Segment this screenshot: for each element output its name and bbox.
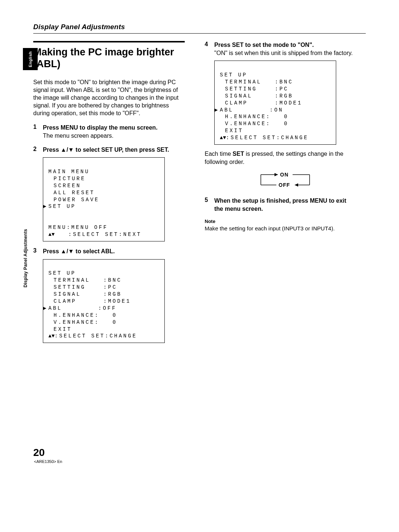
step-5: When the setup is finished, press MENU t…	[205, 197, 356, 213]
osd-key: TERMINAL	[225, 79, 275, 86]
osd-title: SET UP	[48, 270, 76, 276]
osd-val: :ON	[270, 107, 283, 113]
osd-val: :MODE1	[103, 298, 131, 304]
osd-row: V.ENHANCE: 0	[225, 120, 331, 127]
step-1: Press MENU to display the menu screen. T…	[33, 124, 185, 140]
osd-val: 0	[275, 121, 289, 127]
osd-footer: :SELECT SET:CHANGE	[226, 135, 308, 141]
osd-key: EXIT	[225, 127, 275, 134]
step-head: Press ▲/▼ to select ABL.	[43, 247, 185, 255]
step-4: Press SET to set the mode to "ON". "ON" …	[205, 41, 356, 190]
set-label: SET	[233, 151, 244, 157]
osd-setup-off: SET UP TERMINAL:BNCSETTING:PCSIGNAL:RGBC…	[43, 259, 165, 343]
each-time-text: Each time SET is pressed, the settings c…	[205, 150, 356, 166]
osd-selected-row: ABL:ON	[220, 107, 283, 113]
osd-key: CLAMP	[225, 100, 275, 107]
osd-val: :RGB	[103, 291, 122, 297]
osd-val: :RGB	[275, 93, 293, 99]
osd-row: CLAMP:MODE1	[54, 298, 159, 305]
page-number: 20	[33, 447, 45, 459]
osd-row: SETTING:PC	[54, 284, 159, 291]
osd-key: SETTING	[54, 284, 103, 291]
osd-key: V.ENHANCE:	[54, 319, 103, 326]
section-header: Display Panel Adjustments	[33, 23, 366, 33]
cycle-on-label: ON	[280, 172, 289, 178]
osd-row: H.ENHANCE: 0	[54, 312, 159, 319]
step-head: When the setup is finished, press MENU t…	[214, 197, 356, 213]
osd-footer: :SELECT SET:NEXT	[55, 231, 142, 237]
note-heading: Note	[205, 219, 356, 224]
step-head: Press MENU to display the menu screen.	[43, 124, 185, 132]
osd-row: TERMINAL:BNC	[225, 79, 331, 86]
osd-item: ALL RESET	[54, 189, 159, 196]
cycle-diagram: ON OFF	[245, 172, 326, 190]
osd-key: ABL	[48, 305, 98, 312]
osd-row: SETTING:PC	[225, 86, 331, 93]
document-id: <ARE1350> En	[34, 459, 62, 464]
osd-row: SIGNAL:RGB	[54, 291, 159, 298]
osd-val: :MODE1	[275, 100, 302, 106]
step-head: Press SET to set the mode to "ON".	[214, 41, 356, 49]
two-column-layout: Making the PC image brighter (ABL) Set t…	[33, 41, 366, 349]
osd-row: V.ENHANCE: 0	[54, 319, 159, 326]
osd-val: 0	[103, 312, 117, 318]
page-content: Display Panel Adjustments Making the PC …	[33, 23, 366, 349]
text: Each time	[205, 151, 233, 157]
divider	[33, 33, 366, 34]
osd-row: H.ENHANCE: 0	[225, 113, 331, 120]
step-body: "ON" is set when this unit is shipped fr…	[214, 49, 356, 57]
osd-row: EXIT	[54, 326, 159, 333]
osd-title: SET UP	[220, 72, 247, 78]
osd-val: :BNC	[275, 79, 293, 85]
article-title: Making the PC image brighter (ABL)	[33, 46, 185, 70]
osd-item: POWER SAVE	[54, 196, 159, 203]
osd-key: SIGNAL	[54, 291, 103, 298]
cycle-off-label: OFF	[279, 182, 290, 188]
osd-key: ABL	[220, 107, 270, 114]
osd-val: :PC	[103, 284, 117, 290]
right-column: Press SET to set the mode to "ON". "ON" …	[205, 41, 356, 349]
osd-item: SCREEN	[54, 182, 159, 189]
osd-row: SIGNAL:RGB	[225, 93, 331, 100]
side-section-label: Display Panel Adjustments	[23, 229, 28, 288]
osd-footer: MENU:MENU OFF	[48, 224, 108, 230]
osd-key: V.ENHANCE:	[225, 120, 275, 127]
step-body: The menu screen appears.	[43, 132, 185, 140]
intro-paragraph: Set this mode to "ON" to brighten the im…	[33, 78, 185, 117]
osd-key: H.ENHANCE:	[225, 113, 275, 120]
osd-val: 0	[103, 319, 117, 325]
osd-val: :PC	[275, 86, 289, 92]
osd-title: MAIN MENU	[48, 169, 90, 175]
osd-val: 0	[275, 114, 289, 120]
step-head: Press ▲/▼ to select SET UP, then press S…	[43, 146, 185, 154]
step-3: Press ▲/▼ to select ABL. SET UP TERMINAL…	[33, 247, 185, 343]
left-column: Making the PC image brighter (ABL) Set t…	[33, 41, 185, 349]
osd-row: CLAMP:MODE1	[225, 100, 331, 107]
step-2: Press ▲/▼ to select SET UP, then press S…	[33, 146, 185, 241]
title-rule	[33, 41, 185, 42]
osd-key: CLAMP	[54, 298, 103, 305]
osd-key: H.ENHANCE:	[54, 312, 103, 319]
updown-icon: ▲▼	[48, 231, 55, 237]
osd-setup-on: SET UP TERMINAL:BNCSETTING:PCSIGNAL:RGBC…	[214, 61, 336, 145]
osd-item: PICTURE	[54, 175, 159, 182]
steps-right: Press SET to set the mode to "ON". "ON" …	[205, 41, 356, 213]
osd-key: TERMINAL	[54, 277, 103, 284]
osd-key: SIGNAL	[225, 93, 275, 100]
osd-footer: :SELECT SET:CHANGE	[55, 333, 137, 339]
osd-key: SETTING	[225, 86, 275, 93]
note-body: Make the setting for each input (INPUT3 …	[205, 225, 356, 232]
osd-val: :OFF	[98, 305, 117, 311]
osd-selected: SET UP	[48, 203, 76, 209]
osd-selected-row: ABL:OFF	[48, 305, 117, 311]
updown-icon: ▲▼	[220, 135, 226, 141]
updown-icon: ▲▼	[48, 333, 55, 339]
osd-key: EXIT	[54, 326, 103, 333]
osd-val: :BNC	[103, 277, 122, 283]
osd-row: EXIT	[225, 127, 331, 134]
steps-left: Press MENU to display the menu screen. T…	[33, 124, 185, 343]
osd-main-menu: MAIN MENU PICTURESCREENALL RESETPOWER SA…	[43, 157, 165, 241]
osd-row: TERMINAL:BNC	[54, 277, 159, 284]
